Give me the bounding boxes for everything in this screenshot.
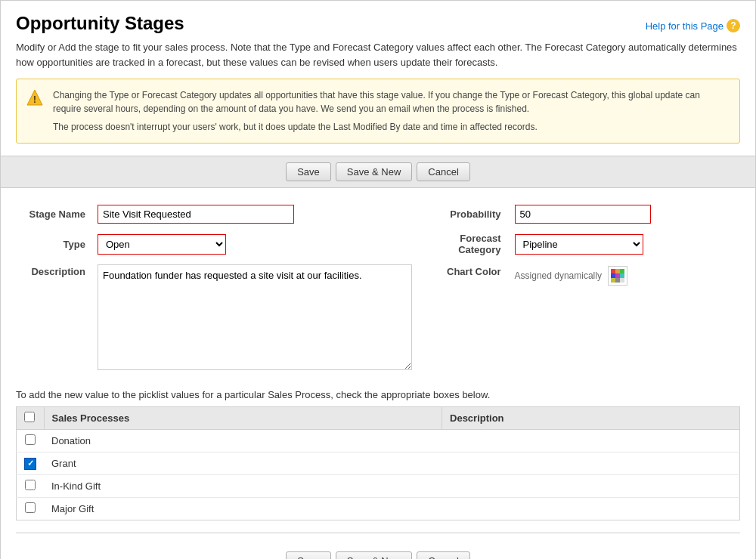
warning-line2: The process doesn't interrupt your users…: [53, 120, 730, 134]
sales-table-header-row: Sales Processes Description: [17, 407, 740, 430]
top-cancel-button[interactable]: Cancel: [417, 162, 469, 181]
chart-color-label: Chart Color: [447, 266, 501, 277]
form-row-type-forecast: Type Open Closed/Won Closed/Lost Forecas…: [16, 228, 740, 260]
major-gift-checkbox[interactable]: [25, 502, 36, 513]
forecast-category-select[interactable]: Pipeline Best Case Commit Closed Omitted: [515, 234, 643, 255]
row4-name: Major Gift: [44, 497, 442, 520]
forecast-category-label-cell: ForecastCategory: [418, 228, 509, 260]
svg-rect-3: [615, 269, 620, 273]
form-section: Stage Name Probability Type Open: [1, 188, 755, 389]
stage-name-input[interactable]: [98, 205, 294, 224]
description-label: Description: [16, 260, 91, 377]
grant-checkbox[interactable]: [24, 458, 36, 470]
row3-desc: [442, 474, 740, 497]
type-label: Type: [16, 228, 91, 260]
row4-desc: [442, 497, 740, 520]
type-cell: Open Closed/Won Closed/Lost: [91, 228, 418, 260]
svg-rect-9: [615, 278, 620, 283]
description-header: Description: [442, 407, 740, 430]
page-container: Opportunity Stages Help for this Page ? …: [0, 0, 756, 559]
header-checkbox-cell: [17, 407, 45, 430]
svg-rect-10: [620, 278, 624, 283]
row3-name: In-Kind Gift: [44, 474, 442, 497]
probability-label: Probability: [418, 200, 509, 228]
select-all-checkbox[interactable]: [24, 412, 35, 422]
row1-name: Donation: [44, 430, 442, 452]
description-cell: Foundation funder has requested a site v…: [91, 260, 418, 377]
chart-color-label-cell: Chart Color: [418, 260, 509, 377]
svg-rect-6: [615, 273, 620, 278]
warning-box: ! Changing the Type or Forecast Category…: [16, 79, 740, 144]
sales-process-table: Sales Processes Description Donation Gr: [16, 406, 740, 520]
bottom-cancel-button[interactable]: Cancel: [417, 551, 469, 560]
form-row-stage-prob: Stage Name Probability: [16, 200, 740, 228]
chart-color-section: Assigned dynamically: [515, 266, 734, 286]
form-row-desc-chart: Description Foundation funder has reques…: [16, 260, 740, 377]
sales-process-note: To add the new value to the picklist val…: [16, 389, 740, 400]
help-link-text: Help for this Page: [646, 20, 723, 32]
row2-desc: [442, 452, 740, 475]
form-table: Stage Name Probability Type Open: [16, 200, 740, 377]
sales-processes-header: Sales Processes: [44, 407, 442, 430]
forecast-category-cell: Pipeline Best Case Commit Closed Omitted: [509, 228, 740, 260]
bottom-save-new-button[interactable]: Save & New: [336, 551, 413, 560]
bottom-toolbar: Save Save & New Cancel: [1, 539, 755, 560]
chart-color-text: Assigned dynamically: [515, 270, 602, 281]
svg-text:!: !: [33, 94, 36, 105]
inkind-gift-checkbox[interactable]: [25, 480, 36, 490]
type-select[interactable]: Open Closed/Won Closed/Lost: [98, 234, 226, 255]
svg-rect-7: [620, 273, 624, 278]
svg-rect-5: [611, 273, 615, 278]
warning-line1: Changing the Type or Forecast Category u…: [53, 88, 730, 116]
warning-icon: !: [26, 88, 44, 107]
svg-rect-8: [611, 278, 615, 283]
svg-rect-2: [611, 269, 615, 273]
probability-cell: [509, 200, 740, 228]
row2-name: Grant: [44, 452, 442, 475]
top-save-button[interactable]: Save: [286, 162, 331, 181]
page-description: Modify or Add the stage to fit your sale…: [1, 40, 755, 79]
help-icon: ?: [727, 19, 740, 32]
row3-checkbox-cell: [17, 474, 45, 497]
top-save-new-button[interactable]: Save & New: [336, 162, 413, 181]
donation-checkbox[interactable]: [25, 434, 36, 445]
svg-rect-4: [620, 269, 624, 273]
bottom-divider: [16, 533, 740, 533]
sales-process-section: To add the new value to the picklist val…: [1, 389, 755, 533]
page-title: Opportunity Stages: [16, 13, 184, 34]
forecast-category-label: ForecastCategory: [458, 233, 500, 255]
row1-desc: [442, 430, 740, 452]
row2-checkbox-cell: [17, 452, 45, 475]
stage-name-label: Stage Name: [16, 200, 91, 228]
table-row: Donation: [17, 430, 740, 452]
color-picker-button[interactable]: [608, 266, 627, 286]
description-textarea[interactable]: Foundation funder has requested a site v…: [98, 264, 412, 370]
bottom-save-button[interactable]: Save: [286, 551, 331, 560]
top-toolbar: Save Save & New Cancel: [1, 156, 755, 188]
table-row: In-Kind Gift: [17, 474, 740, 497]
table-row: Major Gift: [17, 497, 740, 520]
page-header: Opportunity Stages Help for this Page ?: [1, 1, 755, 40]
probability-input[interactable]: [515, 205, 651, 224]
table-row: Grant: [17, 452, 740, 475]
row1-checkbox-cell: [17, 430, 45, 452]
help-link[interactable]: Help for this Page ?: [646, 19, 740, 32]
stage-name-cell: [91, 200, 418, 228]
chart-color-cell: Assigned dynamically: [509, 260, 740, 377]
row4-checkbox-cell: [17, 497, 45, 520]
